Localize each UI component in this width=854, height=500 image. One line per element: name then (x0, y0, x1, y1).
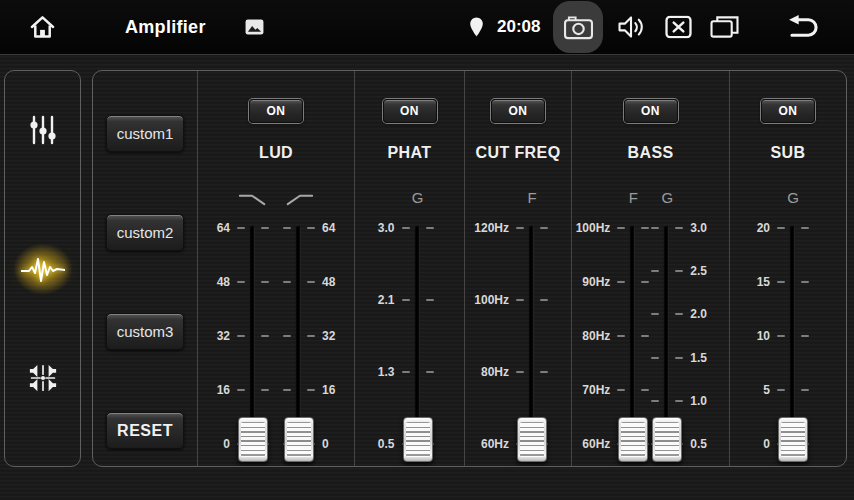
tick-mark (237, 281, 245, 283)
preset-button-custom1[interactable]: custom1 (106, 115, 184, 152)
tick-mark (540, 299, 548, 301)
faders: 644832160644832160 (198, 186, 354, 466)
scale-label: 90Hz (582, 275, 610, 289)
recents-icon (709, 15, 740, 40)
sidebar (4, 70, 81, 467)
scale-label: 15 (757, 275, 770, 289)
fader-handle[interactable] (618, 417, 648, 462)
reset-button[interactable]: RESET (106, 412, 184, 449)
scale-label: 20 (757, 221, 770, 235)
fader-handle[interactable] (778, 417, 808, 462)
volume-button[interactable] (617, 16, 646, 39)
sidebar-item-balance[interactable] (5, 362, 80, 394)
preset-button-custom3[interactable]: custom3 (106, 313, 184, 350)
equalizer-icon (28, 115, 58, 145)
close-app-button[interactable] (665, 16, 692, 39)
tick-mark (617, 335, 625, 337)
tick-mark (261, 281, 269, 283)
sidebar-item-equalizer[interactable] (5, 114, 80, 146)
scale-label: 60Hz (582, 437, 610, 451)
location-icon (469, 17, 484, 38)
camera-icon (563, 15, 594, 40)
fader: G3.02.52.01.51.00.5 (650, 186, 715, 466)
tick-mark (516, 299, 524, 301)
faders: F120Hz100Hz80Hz60Hz (465, 186, 571, 466)
fader: F120Hz100Hz80Hz60Hz (467, 186, 549, 466)
scale-label: 3.0 (378, 221, 395, 235)
fader-handle[interactable] (238, 417, 268, 462)
on-button-lud[interactable]: ON (249, 99, 303, 123)
tick-mark (402, 227, 410, 229)
image-button[interactable] (245, 19, 264, 35)
tick-mark (283, 335, 291, 337)
tick-mark (426, 227, 434, 229)
home-button[interactable] (29, 15, 56, 40)
tick-mark (651, 313, 659, 315)
tick-mark (307, 389, 315, 391)
scale-label: 3.0 (690, 221, 707, 235)
tick-mark (675, 227, 683, 229)
scale-label: 80Hz (481, 365, 509, 379)
recent-apps-button[interactable] (709, 15, 740, 40)
on-button-sub[interactable]: ON (761, 99, 815, 123)
tick-mark (617, 389, 625, 391)
volume-icon (617, 16, 646, 39)
tick-mark (675, 313, 683, 315)
channel-phat: ONPHATG3.02.11.30.5 (354, 71, 464, 466)
tick-mark (540, 371, 548, 373)
tick-mark (307, 335, 315, 337)
on-button-phat[interactable]: ON (383, 99, 437, 123)
channel-sub: ONSUBG20151050 (729, 71, 846, 466)
faders: G20151050 (730, 186, 846, 466)
tick-mark (237, 335, 245, 337)
tick-mark (307, 227, 315, 229)
fader-trackzone (515, 186, 549, 466)
gps-status (469, 17, 484, 38)
faders: F100Hz90Hz80Hz70Hz60HzG3.02.52.01.51.00.… (572, 186, 729, 466)
tick-mark (777, 281, 785, 283)
scale-label: 64 (322, 221, 335, 235)
preset-button-custom2[interactable]: custom2 (106, 214, 184, 251)
tick-mark (261, 335, 269, 337)
on-button-bass[interactable]: ON (624, 99, 678, 123)
status-bar: Amplifier 20:08 (0, 0, 854, 55)
tick-mark (801, 389, 809, 391)
tick-mark (261, 389, 269, 391)
tick-mark (777, 227, 785, 229)
fader-handle[interactable] (284, 417, 314, 462)
tick-mark (801, 227, 809, 229)
tick-mark (801, 281, 809, 283)
on-button-cut-freq[interactable]: ON (491, 99, 545, 123)
tick-mark (641, 227, 649, 229)
tick-mark (651, 357, 659, 359)
channel-lud: ONLUD644832160644832160 (197, 71, 354, 466)
channel-cut-freq: ONCUT FREQF120Hz100Hz80Hz60Hz (464, 71, 571, 466)
fader-trackzone (776, 186, 810, 466)
scale-label: 32 (322, 329, 335, 343)
scale-label: 16 (217, 383, 230, 397)
tick-mark (641, 389, 649, 391)
scale-label: 60Hz (481, 437, 509, 451)
fader-handle[interactable] (403, 417, 433, 462)
main-panel: custom1 custom2 custom3 RESET ONLUD64483… (92, 70, 847, 467)
channel-bass: ONBASSF100Hz90Hz80Hz70Hz60HzG3.02.52.01.… (571, 71, 729, 466)
scale-label: 48 (322, 275, 335, 289)
fader: 644832160 (206, 186, 270, 466)
sidebar-item-sound-effects[interactable] (5, 249, 80, 289)
channel-name: BASS (572, 144, 729, 162)
fader-handle[interactable] (652, 417, 682, 462)
tick-mark (641, 335, 649, 337)
fader: G20151050 (750, 186, 810, 466)
fader: G3.02.11.30.5 (369, 186, 435, 466)
fader-trackzone (236, 186, 270, 466)
scale-label: 0.5 (378, 437, 395, 451)
close-icon (665, 16, 692, 39)
scale-label: 2.0 (690, 307, 707, 321)
channel-name: CUT FREQ (465, 144, 571, 162)
tick-mark (426, 371, 434, 373)
tick-mark (675, 270, 683, 272)
back-button[interactable] (785, 14, 824, 41)
camera-button[interactable] (553, 1, 603, 53)
fader-handle[interactable] (517, 417, 547, 462)
tick-mark (540, 227, 548, 229)
